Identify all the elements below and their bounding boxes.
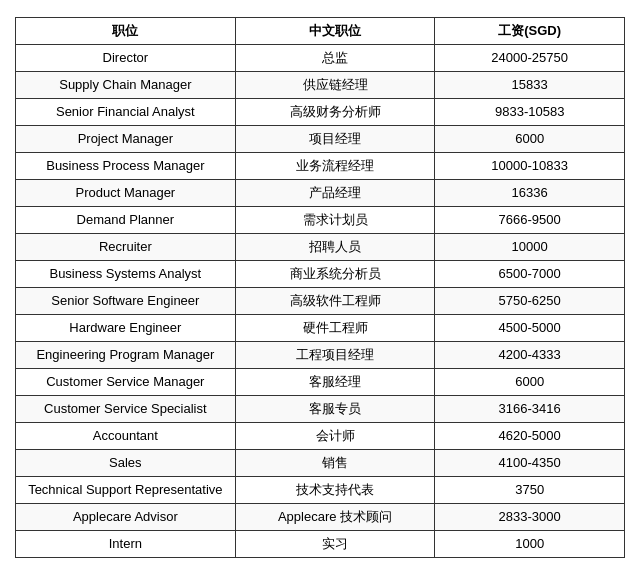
cell-salary: 3166-3416 — [435, 395, 625, 422]
cell-position: Senior Financial Analyst — [16, 98, 236, 125]
cell-position: Demand Planner — [16, 206, 236, 233]
table-row: Demand Planner需求计划员7666-9500 — [16, 206, 625, 233]
cell-position: Sales — [16, 449, 236, 476]
table-row: Director总监24000-25750 — [16, 44, 625, 71]
cell-chinese: Applecare 技术顾问 — [235, 503, 435, 530]
cell-chinese: 项目经理 — [235, 125, 435, 152]
salary-table: 职位 中文职位 工资(SGD) Director总监24000-25750Sup… — [15, 17, 625, 558]
cell-chinese: 硬件工程师 — [235, 314, 435, 341]
cell-chinese: 客服专员 — [235, 395, 435, 422]
table-row: Hardware Engineer硬件工程师4500-5000 — [16, 314, 625, 341]
cell-chinese: 客服经理 — [235, 368, 435, 395]
cell-chinese: 总监 — [235, 44, 435, 71]
cell-position: Director — [16, 44, 236, 71]
cell-position: Accountant — [16, 422, 236, 449]
cell-chinese: 产品经理 — [235, 179, 435, 206]
cell-position: Business Process Manager — [16, 152, 236, 179]
table-row: Intern实习1000 — [16, 530, 625, 557]
cell-salary: 2833-3000 — [435, 503, 625, 530]
cell-chinese: 实习 — [235, 530, 435, 557]
cell-position: Engineering Program Manager — [16, 341, 236, 368]
header-position: 职位 — [16, 17, 236, 44]
cell-salary: 5750-6250 — [435, 287, 625, 314]
cell-chinese: 供应链经理 — [235, 71, 435, 98]
cell-chinese: 招聘人员 — [235, 233, 435, 260]
cell-salary: 4200-4333 — [435, 341, 625, 368]
cell-chinese: 需求计划员 — [235, 206, 435, 233]
cell-position: Customer Service Specialist — [16, 395, 236, 422]
table-row: Customer Service Manager客服经理6000 — [16, 368, 625, 395]
cell-salary: 16336 — [435, 179, 625, 206]
cell-position: Technical Support Representative — [16, 476, 236, 503]
cell-salary: 4620-5000 — [435, 422, 625, 449]
cell-position: Business Systems Analyst — [16, 260, 236, 287]
table-row: Senior Financial Analyst高级财务分析师9833-1058… — [16, 98, 625, 125]
cell-position: Project Manager — [16, 125, 236, 152]
cell-salary: 4500-5000 — [435, 314, 625, 341]
cell-position: Recruiter — [16, 233, 236, 260]
cell-salary: 10000-10833 — [435, 152, 625, 179]
cell-chinese: 技术支持代表 — [235, 476, 435, 503]
cell-salary: 6000 — [435, 368, 625, 395]
cell-chinese: 高级财务分析师 — [235, 98, 435, 125]
cell-position: Senior Software Engineer — [16, 287, 236, 314]
header-salary: 工资(SGD) — [435, 17, 625, 44]
cell-chinese: 销售 — [235, 449, 435, 476]
table-row: Applecare AdvisorApplecare 技术顾问2833-3000 — [16, 503, 625, 530]
table-row: Engineering Program Manager工程项目经理4200-43… — [16, 341, 625, 368]
cell-position: Product Manager — [16, 179, 236, 206]
cell-salary: 24000-25750 — [435, 44, 625, 71]
table-row: Accountant会计师4620-5000 — [16, 422, 625, 449]
cell-position: Intern — [16, 530, 236, 557]
cell-salary: 15833 — [435, 71, 625, 98]
cell-position: Customer Service Manager — [16, 368, 236, 395]
table-row: Recruiter招聘人员10000 — [16, 233, 625, 260]
cell-salary: 10000 — [435, 233, 625, 260]
table-row: Product Manager产品经理16336 — [16, 179, 625, 206]
cell-chinese: 商业系统分析员 — [235, 260, 435, 287]
table-row: Business Systems Analyst商业系统分析员6500-7000 — [16, 260, 625, 287]
cell-salary: 7666-9500 — [435, 206, 625, 233]
table-row: Technical Support Representative技术支持代表37… — [16, 476, 625, 503]
table-row: Business Process Manager业务流程经理10000-1083… — [16, 152, 625, 179]
table-header-row: 职位 中文职位 工资(SGD) — [16, 17, 625, 44]
table-row: Customer Service Specialist客服专员3166-3416 — [16, 395, 625, 422]
cell-salary: 6500-7000 — [435, 260, 625, 287]
cell-position: Supply Chain Manager — [16, 71, 236, 98]
cell-chinese: 业务流程经理 — [235, 152, 435, 179]
cell-salary: 9833-10583 — [435, 98, 625, 125]
cell-chinese: 工程项目经理 — [235, 341, 435, 368]
table-row: Project Manager项目经理6000 — [16, 125, 625, 152]
cell-salary: 1000 — [435, 530, 625, 557]
table-row: Sales销售4100-4350 — [16, 449, 625, 476]
table-row: Senior Software Engineer高级软件工程师5750-6250 — [16, 287, 625, 314]
cell-chinese: 高级软件工程师 — [235, 287, 435, 314]
header-chinese: 中文职位 — [235, 17, 435, 44]
cell-salary: 6000 — [435, 125, 625, 152]
cell-position: Applecare Advisor — [16, 503, 236, 530]
cell-salary: 4100-4350 — [435, 449, 625, 476]
table-container: 职位 中文职位 工资(SGD) Director总监24000-25750Sup… — [5, 7, 635, 568]
cell-salary: 3750 — [435, 476, 625, 503]
cell-position: Hardware Engineer — [16, 314, 236, 341]
table-row: Supply Chain Manager供应链经理15833 — [16, 71, 625, 98]
cell-chinese: 会计师 — [235, 422, 435, 449]
